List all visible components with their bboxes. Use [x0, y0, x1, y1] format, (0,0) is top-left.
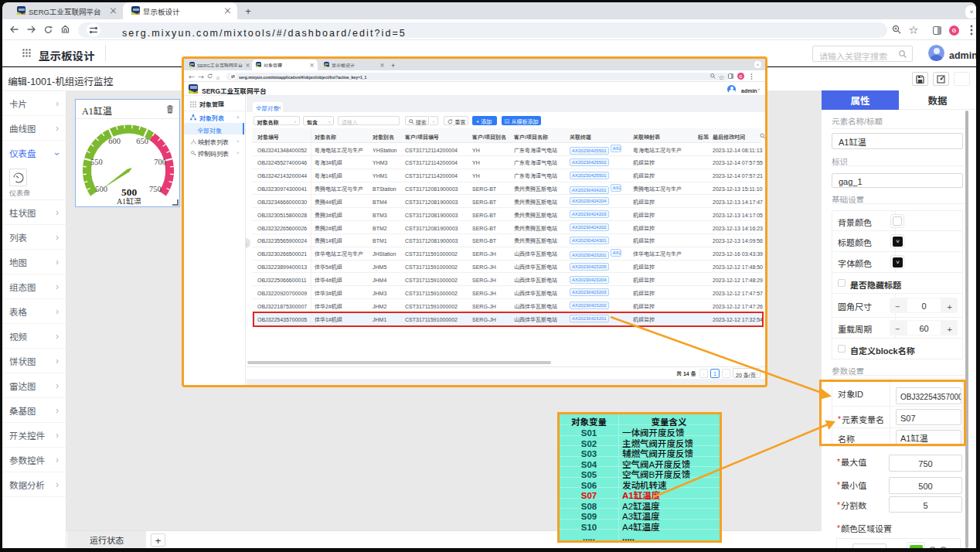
svg-text:650: 650 [136, 137, 148, 145]
svg-text:600: 600 [108, 137, 121, 145]
svg-text:550: 550 [90, 158, 103, 166]
svg-text:500: 500 [121, 186, 138, 198]
svg-text:A1缸温: A1缸温 [117, 197, 141, 206]
svg-text:750: 750 [149, 185, 162, 193]
svg-text:700: 700 [154, 158, 166, 166]
